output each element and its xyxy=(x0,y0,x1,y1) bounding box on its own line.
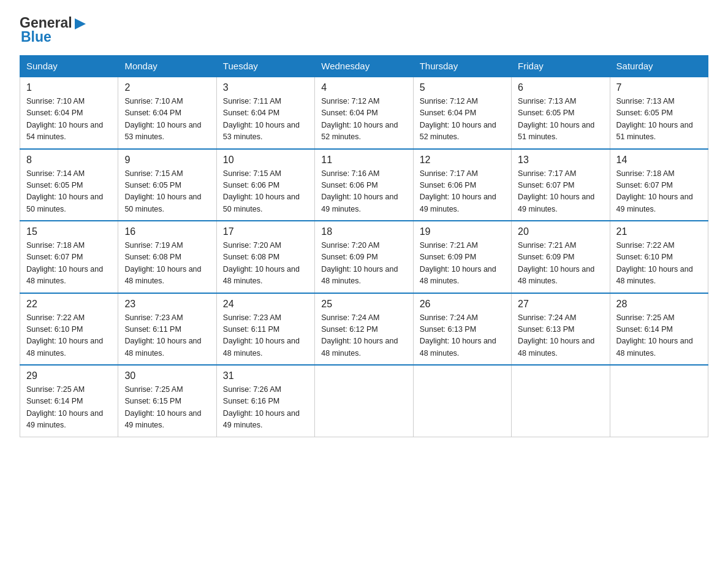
day-info: Sunrise: 7:24 AMSunset: 6:13 PMDaylight:… xyxy=(420,313,496,358)
day-header-monday: Monday xyxy=(118,56,216,77)
day-number: 21 xyxy=(616,226,702,237)
day-info: Sunrise: 7:15 AMSunset: 6:05 PMDaylight:… xyxy=(124,169,201,213)
day-info: Sunrise: 7:21 AMSunset: 6:09 PMDaylight:… xyxy=(518,241,594,285)
day-header-friday: Friday xyxy=(512,56,610,77)
day-cell-11: 11 Sunrise: 7:16 AMSunset: 6:06 PMDaylig… xyxy=(315,149,413,221)
week-row-4: 22 Sunrise: 7:22 AMSunset: 6:10 PMDaylig… xyxy=(20,293,708,366)
calendar-table: SundayMondayTuesdayWednesdayThursdayFrid… xyxy=(20,55,708,437)
day-info: Sunrise: 7:24 AMSunset: 6:12 PMDaylight:… xyxy=(321,313,398,358)
day-info: Sunrise: 7:13 AMSunset: 6:05 PMDaylight:… xyxy=(518,97,594,141)
day-info: Sunrise: 7:10 AMSunset: 6:04 PMDaylight:… xyxy=(124,97,201,141)
day-info: Sunrise: 7:22 AMSunset: 6:10 PMDaylight:… xyxy=(26,313,103,358)
day-number: 9 xyxy=(124,155,210,166)
day-info: Sunrise: 7:17 AMSunset: 6:07 PMDaylight:… xyxy=(518,169,594,213)
page-header: General Blue xyxy=(20,15,708,45)
day-number: 30 xyxy=(124,370,210,381)
day-cell-18: 18 Sunrise: 7:20 AMSunset: 6:09 PMDaylig… xyxy=(315,221,413,293)
day-number: 8 xyxy=(26,155,112,166)
day-number: 16 xyxy=(124,226,210,237)
day-cell-31: 31 Sunrise: 7:26 AMSunset: 6:16 PMDaylig… xyxy=(216,365,314,437)
day-number: 24 xyxy=(223,299,308,310)
day-cell-25: 25 Sunrise: 7:24 AMSunset: 6:12 PMDaylig… xyxy=(315,293,413,366)
logo: General Blue xyxy=(20,15,87,45)
day-cell-29: 29 Sunrise: 7:25 AMSunset: 6:14 PMDaylig… xyxy=(20,365,118,437)
day-cell-19: 19 Sunrise: 7:21 AMSunset: 6:09 PMDaylig… xyxy=(413,221,511,293)
logo-blue-text: Blue xyxy=(21,29,87,45)
week-row-3: 15 Sunrise: 7:18 AMSunset: 6:07 PMDaylig… xyxy=(20,221,708,293)
day-number: 20 xyxy=(518,226,603,237)
day-number: 15 xyxy=(26,226,112,237)
day-cell-24: 24 Sunrise: 7:23 AMSunset: 6:11 PMDaylig… xyxy=(216,293,314,366)
day-cell-16: 16 Sunrise: 7:19 AMSunset: 6:08 PMDaylig… xyxy=(118,221,216,293)
day-number: 10 xyxy=(223,155,308,166)
day-info: Sunrise: 7:20 AMSunset: 6:09 PMDaylight:… xyxy=(321,241,398,285)
day-number: 28 xyxy=(616,299,702,310)
week-row-1: 1 Sunrise: 7:10 AMSunset: 6:04 PMDayligh… xyxy=(20,77,708,149)
day-cell-7: 7 Sunrise: 7:13 AMSunset: 6:05 PMDayligh… xyxy=(610,77,708,149)
day-number: 27 xyxy=(518,299,603,310)
day-header-wednesday: Wednesday xyxy=(315,56,413,77)
day-number: 14 xyxy=(616,155,702,166)
day-cell-10: 10 Sunrise: 7:15 AMSunset: 6:06 PMDaylig… xyxy=(216,149,314,221)
day-cell-17: 17 Sunrise: 7:20 AMSunset: 6:08 PMDaylig… xyxy=(216,221,314,293)
empty-cell xyxy=(315,365,413,437)
day-info: Sunrise: 7:12 AMSunset: 6:04 PMDaylight:… xyxy=(321,97,398,141)
day-cell-26: 26 Sunrise: 7:24 AMSunset: 6:13 PMDaylig… xyxy=(413,293,511,366)
day-info: Sunrise: 7:24 AMSunset: 6:13 PMDaylight:… xyxy=(518,313,594,358)
day-cell-13: 13 Sunrise: 7:17 AMSunset: 6:07 PMDaylig… xyxy=(512,149,610,221)
week-row-5: 29 Sunrise: 7:25 AMSunset: 6:14 PMDaylig… xyxy=(20,365,708,437)
day-number: 17 xyxy=(223,226,308,237)
calendar-body: 1 Sunrise: 7:10 AMSunset: 6:04 PMDayligh… xyxy=(20,77,708,437)
days-of-week-row: SundayMondayTuesdayWednesdayThursdayFrid… xyxy=(20,56,708,77)
calendar-header: SundayMondayTuesdayWednesdayThursdayFrid… xyxy=(20,56,708,77)
day-info: Sunrise: 7:18 AMSunset: 6:07 PMDaylight:… xyxy=(26,241,103,285)
day-info: Sunrise: 7:21 AMSunset: 6:09 PMDaylight:… xyxy=(420,241,496,285)
day-number: 22 xyxy=(26,299,112,310)
day-cell-23: 23 Sunrise: 7:23 AMSunset: 6:11 PMDaylig… xyxy=(118,293,216,366)
day-cell-14: 14 Sunrise: 7:18 AMSunset: 6:07 PMDaylig… xyxy=(610,149,708,221)
empty-cell xyxy=(413,365,511,437)
day-number: 18 xyxy=(321,226,406,237)
day-info: Sunrise: 7:15 AMSunset: 6:06 PMDaylight:… xyxy=(223,169,300,213)
day-header-sunday: Sunday xyxy=(20,56,118,77)
day-cell-15: 15 Sunrise: 7:18 AMSunset: 6:07 PMDaylig… xyxy=(20,221,118,293)
day-number: 5 xyxy=(420,82,505,93)
day-cell-8: 8 Sunrise: 7:14 AMSunset: 6:05 PMDayligh… xyxy=(20,149,118,221)
day-number: 12 xyxy=(420,155,505,166)
day-cell-4: 4 Sunrise: 7:12 AMSunset: 6:04 PMDayligh… xyxy=(315,77,413,149)
day-number: 11 xyxy=(321,155,406,166)
day-header-tuesday: Tuesday xyxy=(216,56,314,77)
day-cell-28: 28 Sunrise: 7:25 AMSunset: 6:14 PMDaylig… xyxy=(610,293,708,366)
day-number: 4 xyxy=(321,82,406,93)
day-info: Sunrise: 7:17 AMSunset: 6:06 PMDaylight:… xyxy=(420,169,496,213)
day-info: Sunrise: 7:23 AMSunset: 6:11 PMDaylight:… xyxy=(124,313,201,358)
day-info: Sunrise: 7:18 AMSunset: 6:07 PMDaylight:… xyxy=(616,169,693,213)
day-info: Sunrise: 7:16 AMSunset: 6:06 PMDaylight:… xyxy=(321,169,398,213)
day-info: Sunrise: 7:23 AMSunset: 6:11 PMDaylight:… xyxy=(223,313,300,358)
day-number: 25 xyxy=(321,299,406,310)
day-cell-20: 20 Sunrise: 7:21 AMSunset: 6:09 PMDaylig… xyxy=(512,221,610,293)
day-cell-2: 2 Sunrise: 7:10 AMSunset: 6:04 PMDayligh… xyxy=(118,77,216,149)
day-number: 7 xyxy=(616,82,702,93)
empty-cell xyxy=(610,365,708,437)
day-info: Sunrise: 7:20 AMSunset: 6:08 PMDaylight:… xyxy=(223,241,300,285)
day-cell-6: 6 Sunrise: 7:13 AMSunset: 6:05 PMDayligh… xyxy=(512,77,610,149)
day-cell-30: 30 Sunrise: 7:25 AMSunset: 6:15 PMDaylig… xyxy=(118,365,216,437)
day-cell-12: 12 Sunrise: 7:17 AMSunset: 6:06 PMDaylig… xyxy=(413,149,511,221)
day-cell-9: 9 Sunrise: 7:15 AMSunset: 6:05 PMDayligh… xyxy=(118,149,216,221)
day-cell-3: 3 Sunrise: 7:11 AMSunset: 6:04 PMDayligh… xyxy=(216,77,314,149)
day-info: Sunrise: 7:14 AMSunset: 6:05 PMDaylight:… xyxy=(26,169,103,213)
day-info: Sunrise: 7:11 AMSunset: 6:04 PMDaylight:… xyxy=(223,97,300,141)
week-row-2: 8 Sunrise: 7:14 AMSunset: 6:05 PMDayligh… xyxy=(20,149,708,221)
day-info: Sunrise: 7:13 AMSunset: 6:05 PMDaylight:… xyxy=(616,97,693,141)
day-cell-22: 22 Sunrise: 7:22 AMSunset: 6:10 PMDaylig… xyxy=(20,293,118,366)
day-number: 19 xyxy=(420,226,505,237)
day-info: Sunrise: 7:26 AMSunset: 6:16 PMDaylight:… xyxy=(223,385,300,429)
day-cell-21: 21 Sunrise: 7:22 AMSunset: 6:10 PMDaylig… xyxy=(610,221,708,293)
day-info: Sunrise: 7:10 AMSunset: 6:04 PMDaylight:… xyxy=(26,97,103,141)
day-number: 2 xyxy=(124,82,210,93)
day-number: 6 xyxy=(518,82,603,93)
day-number: 31 xyxy=(223,370,308,381)
day-info: Sunrise: 7:22 AMSunset: 6:10 PMDaylight:… xyxy=(616,241,693,285)
day-cell-1: 1 Sunrise: 7:10 AMSunset: 6:04 PMDayligh… xyxy=(20,77,118,149)
